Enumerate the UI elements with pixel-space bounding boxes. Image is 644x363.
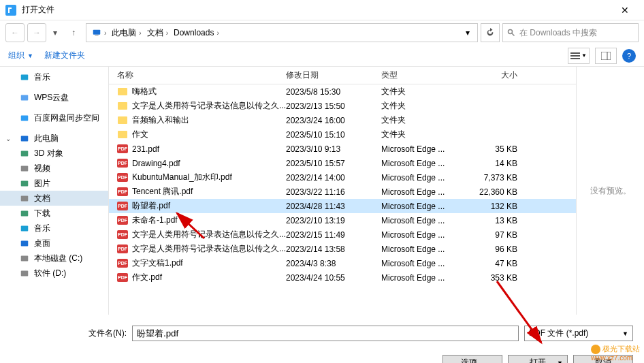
file-type: Microsoft Edge ... [381, 144, 477, 154]
up-button[interactable]: ↑ [64, 23, 83, 42]
col-date-header[interactable]: 修改日期 [286, 69, 381, 81]
file-row[interactable]: PDFTencent 腾讯.pdf2023/3/22 11:16Microsof… [109, 185, 576, 199]
cancel-button[interactable]: 取消 [573, 355, 633, 363]
file-size: 47 KB [477, 259, 531, 268]
refresh-button[interactable] [481, 23, 500, 42]
file-row[interactable]: PDF未命名-1.pdf2023/2/10 13:19Microsoft Edg… [109, 213, 576, 227]
file-row[interactable]: 音频输入和输出2023/3/24 16:00文件夹 [109, 113, 576, 127]
svg-rect-10 [21, 75, 29, 80]
file-row[interactable]: 作文2023/5/10 15:10文件夹 [109, 127, 576, 142]
sidebar-item[interactable]: 软件 (D:) [0, 266, 108, 281]
file-size: 97 KB [477, 230, 531, 240]
open-button[interactable]: 打开▼ [508, 355, 568, 363]
sidebar-item[interactable]: ⌄此电脑 [0, 131, 108, 146]
path-root-icon[interactable]: › [89, 24, 109, 42]
file-row[interactable]: PDFKubuntuManual_加水印.pdf2023/2/14 14:00M… [109, 170, 576, 185]
pdf-icon: PDF [117, 258, 128, 269]
forward-button[interactable]: → [27, 23, 46, 42]
file-date: 2023/2/15 11:49 [286, 230, 381, 240]
tree-arrow-icon[interactable]: ⌄ [5, 135, 11, 142]
file-row[interactable]: 文字是人类用符号记录表达信息以传之久...2023/2/13 15:50文件夹 [109, 99, 576, 113]
path-bar[interactable]: › 此电脑› 文档› Downloads› ▾ [86, 23, 478, 42]
preview-pane-button[interactable] [595, 48, 617, 64]
sidebar-item-label: 桌面 [34, 238, 50, 249]
sidebar-item-label: 视频 [34, 163, 50, 174]
filetype-select[interactable]: PDF 文件 (*.pdf)▼ [524, 326, 633, 341]
sidebar-item[interactable]: 视频 [0, 161, 108, 176]
folder-icon [117, 86, 128, 97]
svg-rect-12 [21, 116, 29, 121]
video-icon [19, 163, 30, 174]
help-button[interactable]: ? [622, 49, 636, 63]
path-segment[interactable]: 文档› [144, 24, 171, 42]
cloud-icon [19, 92, 30, 103]
history-chevron-icon[interactable]: ▾ [49, 23, 61, 42]
no-preview-label: 没有预览。 [590, 185, 631, 197]
sidebar-item[interactable]: 百度网盘同步空间 [0, 110, 108, 125]
svg-line-4 [512, 33, 515, 36]
filename-input[interactable] [132, 326, 519, 341]
disk-icon [19, 268, 30, 279]
file-row[interactable]: PDF文字文稿1.pdf2023/4/3 8:38Microsoft Edge … [109, 256, 576, 270]
file-name: 盼望着.pdf [132, 200, 170, 212]
sidebar-item[interactable]: 文档 [0, 191, 108, 206]
close-button[interactable]: ✕ [611, 0, 639, 20]
file-row[interactable]: PDF作文.pdf2023/4/24 10:55Microsoft Edge .… [109, 270, 576, 285]
doc-icon [19, 193, 30, 204]
svg-rect-14 [21, 151, 29, 157]
options-button[interactable]: 选项... [442, 355, 502, 363]
sidebar-item[interactable]: WPS云盘 [0, 90, 108, 105]
column-headers[interactable]: 名称 修改日期 类型 大小 [109, 67, 576, 84]
file-type: Microsoft Edge ... [381, 173, 477, 183]
sidebar-item-label: WPS云盘 [34, 92, 69, 104]
file-type: Microsoft Edge ... [381, 259, 477, 268]
search-input[interactable]: 在 Downloads 中搜索 [502, 23, 639, 42]
path-segment[interactable]: 此电脑› [109, 24, 144, 42]
sidebar-item[interactable]: 音乐 [0, 221, 108, 236]
file-type: Microsoft Edge ... [381, 159, 477, 168]
back-button[interactable]: ← [5, 23, 25, 42]
organize-menu[interactable]: 组织 ▼ [8, 50, 33, 61]
sidebar-item[interactable]: 桌面 [0, 236, 108, 251]
view-mode-button[interactable]: ▼ [568, 48, 590, 64]
file-date: 2023/2/10 13:19 [286, 216, 381, 225]
window-title: 打开文件 [22, 4, 611, 16]
file-type: 文件夹 [381, 129, 477, 140]
file-row[interactable]: PDF文字是人类用符号记录表达信息以传之久...2023/2/15 11:49M… [109, 227, 576, 242]
file-row[interactable]: PDF盼望着.pdf2023/4/28 11:43Microsoft Edge … [109, 199, 576, 213]
svg-point-3 [509, 30, 513, 34]
pdf-icon: PDF [117, 172, 128, 183]
image-icon [19, 178, 30, 189]
col-name-header[interactable]: 名称 [109, 69, 286, 81]
file-row[interactable]: PDF文字是人类用符号记录表达信息以传之久...2023/2/14 13:58M… [109, 242, 576, 256]
folder-icon [117, 101, 128, 112]
sidebar-item[interactable]: 图片 [0, 176, 108, 191]
svg-rect-1 [93, 30, 101, 35]
file-date: 2023/4/28 11:43 [286, 202, 381, 211]
file-type: 文件夹 [381, 114, 477, 126]
col-type-header[interactable]: 类型 [381, 69, 477, 81]
file-row[interactable]: 嗨格式2023/5/8 15:30文件夹 [109, 84, 576, 99]
sidebar-item[interactable]: 下载 [0, 206, 108, 221]
file-type: Microsoft Edge ... [381, 216, 477, 225]
path-segment[interactable]: Downloads› [171, 24, 222, 42]
file-type: Microsoft Edge ... [381, 187, 477, 197]
sidebar-item[interactable]: 3D 对象 [0, 146, 108, 161]
file-type: Microsoft Edge ... [381, 230, 477, 240]
file-row[interactable]: PDF231.pdf2023/3/10 9:13Microsoft Edge .… [109, 142, 576, 156]
sidebar-item-label: 音乐 [34, 223, 50, 234]
filename-label: 文件名(N): [11, 328, 127, 339]
file-list[interactable]: 名称 修改日期 类型 大小 嗨格式2023/5/8 15:30文件夹文字是人类用… [109, 67, 576, 315]
path-dropdown-icon[interactable]: ▾ [461, 24, 474, 42]
file-name: Drawing4.pdf [132, 159, 180, 168]
file-row[interactable]: PDFDrawing4.pdf2023/5/10 15:57Microsoft … [109, 156, 576, 170]
svg-rect-20 [21, 241, 29, 247]
col-size-header[interactable]: 大小 [477, 69, 531, 81]
bottom-panel: 文件名(N): PDF 文件 (*.pdf)▼ 选项... 打开▼ 取消 [0, 315, 644, 363]
sidebar-item[interactable]: 本地磁盘 (C:) [0, 251, 108, 266]
new-folder-button[interactable]: 新建文件夹 [44, 50, 85, 61]
nav-sidebar[interactable]: 音乐WPS云盘百度网盘同步空间⌄此电脑3D 对象视频图片文档下载音乐桌面本地磁盘… [0, 67, 109, 315]
svg-rect-17 [21, 196, 29, 202]
sidebar-item[interactable]: 音乐 [0, 69, 108, 84]
main-area: 音乐WPS云盘百度网盘同步空间⌄此电脑3D 对象视频图片文档下载音乐桌面本地磁盘… [0, 67, 644, 315]
